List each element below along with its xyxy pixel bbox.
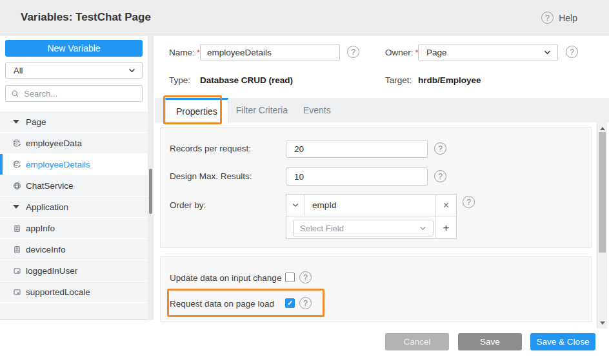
page-title: Variables: TestChat Page [21,11,151,24]
order-by-value: empId [304,195,435,216]
sidebar-item-loggedinuser[interactable]: loggedInUser [0,260,148,281]
tab-properties[interactable]: Properties [165,98,228,122]
model-variable-icon [13,288,21,296]
sidebar-item-employeedata[interactable]: employeeData [0,133,148,153]
order-by-add-row: Select Field + [286,217,456,239]
scroll-down-arrow[interactable] [597,318,608,327]
database-variable-icon [13,139,21,148]
order-direction-toggle[interactable] [286,195,304,216]
owner-label: Owner:* [385,48,419,57]
target-label: Target: [385,75,412,85]
records-per-request-input[interactable] [286,140,428,158]
save-and-close-button[interactable]: Save & Close [530,333,595,350]
design-max-results-input[interactable] [286,168,428,186]
variable-search [5,85,143,102]
chevron-down-icon [419,226,426,231]
order-by-help-icon[interactable]: ? [463,196,475,208]
help-circle-icon: ? [541,12,554,24]
triangle-up-icon [600,127,605,130]
order-by-row: empId × [286,195,456,216]
content-scrollbar-thumb[interactable] [599,132,606,253]
name-input[interactable] [200,44,340,61]
dialog-header: Variables: TestChat Page ? Help [0,0,609,35]
search-icon [11,90,19,98]
service-globe-icon [13,182,21,190]
order-by-label: Order by: [170,200,206,210]
sidebar-scrollbar[interactable] [148,36,154,320]
add-order-field-button[interactable]: + [435,217,456,239]
variables-sidebar: New Variable All Page employeeData [0,36,154,320]
request-on-page-load-label: Request data on page load [170,299,274,309]
select-field-placeholder: Select Field [300,224,344,233]
design-max-results-label: Design Max. Results: [170,171,252,181]
sidebar-group-application[interactable]: Application [0,196,148,217]
scroll-up-arrow[interactable] [597,124,608,133]
remove-icon: × [443,200,449,211]
update-on-input-help-icon[interactable]: ? [299,271,312,283]
info-variable-icon [13,245,21,254]
name-label: Name:* [169,48,200,57]
properties-card-1: Records per request: ? Design Max. Resul… [160,127,592,248]
target-value: hrdb/Employee [418,75,481,85]
order-by-control: empId × Select Field + [286,194,457,239]
owner-help-icon[interactable]: ? [566,46,578,58]
design-max-help-icon[interactable]: ? [434,170,446,182]
database-variable-icon [13,160,21,169]
remove-order-field-button[interactable]: × [435,195,456,216]
type-value: Database CRUD (read) [200,75,293,85]
sidebar-scrollbar-thumb[interactable] [149,169,152,214]
sidebar-group-page[interactable]: Page [0,111,148,132]
model-variable-icon [13,267,21,275]
save-button[interactable]: Save [458,333,522,350]
variables-dialog: Variables: TestChat Page ? Help New Vari… [0,0,609,364]
update-on-input-checkbox[interactable] [285,273,295,282]
tab-bar: Properties Filter Criteria Events [155,98,609,122]
variable-type-filter-select[interactable]: All [5,62,143,79]
sidebar-item-supportedlocale[interactable]: supportedLocale [0,282,148,302]
search-input[interactable] [24,89,137,99]
name-help-icon[interactable]: ? [347,46,359,58]
tab-filter-criteria[interactable]: Filter Criteria [228,98,295,122]
chevron-down-icon [544,50,551,55]
new-variable-button[interactable]: New Variable [5,40,143,57]
properties-card-2: Update data on input change ? Request da… [160,256,592,322]
filter-selected-value: All [14,66,23,75]
sidebar-item-employeedetails[interactable]: employeeDetails [0,154,148,175]
sidebar-item-deviceinfo[interactable]: deviceInfo [0,239,148,260]
triangle-down-icon [600,321,605,325]
content-scrollbar[interactable] [597,122,607,329]
help-button[interactable]: ? Help [541,0,577,35]
info-variable-icon [13,224,21,233]
cancel-button[interactable]: Cancel [385,333,449,350]
sidebar-item-partial [0,303,148,320]
request-on-page-load-help-icon[interactable]: ? [299,297,312,309]
records-help-icon[interactable]: ? [434,142,446,155]
collapse-triangle-icon [13,205,19,209]
owner-select[interactable]: Page [418,44,558,61]
sidebar-item-chatservice[interactable]: ChatService [0,175,148,196]
request-on-page-load-checkbox[interactable] [285,298,295,308]
type-label: Type: [169,75,190,85]
records-per-request-label: Records per request: [170,144,251,153]
tab-events[interactable]: Events [295,98,339,122]
collapse-triangle-icon [13,120,19,124]
chevron-down-icon [128,68,135,73]
sidebar-item-appinfo[interactable]: appInfo [0,218,148,238]
add-icon: + [443,222,450,235]
select-field-dropdown[interactable]: Select Field [293,220,434,236]
owner-selected-value: Page [426,48,447,57]
variable-list: Page employeeData employeeDetails ChatSe… [0,111,148,320]
update-on-input-label: Update data on input change [170,273,281,283]
help-label: Help [559,13,577,23]
